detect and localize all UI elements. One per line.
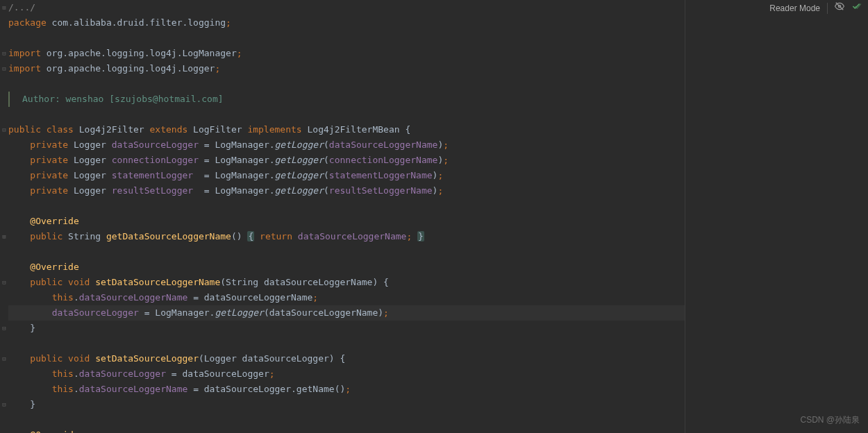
fold-marker[interactable]: /.../ (8, 2, 35, 12)
javadoc-comment: Author: wenshao [szujobs@hotmail.com] (10, 94, 224, 104)
import-path: org.apache.logging.log4j.Logger (41, 63, 215, 74)
gutter: ⊞ ⊟ ⊟ ⊟ ⊞ ⊟ ⊟ ⊟ ⊟ (0, 0, 8, 433)
field-name: resultSetLogger (112, 185, 193, 196)
annotation: @Override (30, 262, 78, 272)
brace-highlight: { (247, 231, 254, 241)
keyword: import (8, 63, 41, 74)
watermark: CSDN @孙陆泉 (800, 412, 860, 427)
side-panel (685, 0, 868, 433)
fold-icon[interactable]: ⊟ (0, 61, 8, 76)
code-editor[interactable]: /.../ package com.alibaba.druid.filter.l… (8, 0, 685, 433)
annotation: @Override (30, 216, 78, 226)
class-name: Log4j2Filter (74, 124, 150, 135)
method-name: setDataSourceLoggerName (95, 277, 220, 287)
fold-icon[interactable]: ⊟ (0, 122, 8, 137)
field-name: statementLogger (112, 170, 193, 180)
fold-icon[interactable]: ⊟ (0, 275, 8, 290)
import-path: org.apache.logging.log4j.LogManager (41, 48, 237, 58)
keyword: private (30, 139, 68, 150)
top-bar: Reader Mode (769, 0, 868, 17)
method-name: getDataSourceLoggerName (106, 231, 231, 241)
eye-off-icon[interactable] (835, 1, 844, 16)
fold-icon[interactable]: ⊟ (0, 351, 8, 366)
method-name: setDataSourceLogger (95, 353, 199, 364)
field-name: connectionLogger (112, 155, 199, 165)
separator (827, 3, 828, 14)
method-call: getLogger (275, 139, 324, 150)
package-name: com.alibaba.druid.filter.logging (47, 17, 226, 28)
check-icon[interactable] (851, 1, 861, 16)
fold-icon[interactable]: ⊟ (0, 397, 8, 412)
fold-icon[interactable]: ⊞ (0, 229, 8, 244)
fold-icon[interactable]: ⊞ (0, 0, 8, 15)
keyword: package (8, 17, 47, 28)
fold-icon[interactable]: ⊟ (0, 321, 8, 336)
keyword: public class (8, 124, 74, 135)
fold-icon[interactable]: ⊟ (0, 46, 8, 61)
cursor-line[interactable]: dataSourceLogger = LogManager.getLogger(… (8, 305, 685, 321)
field-name: dataSourceLogger (112, 139, 199, 150)
keyword: import (8, 48, 41, 58)
annotation: @Override (30, 430, 78, 433)
reader-mode-label[interactable]: Reader Mode (769, 1, 820, 16)
